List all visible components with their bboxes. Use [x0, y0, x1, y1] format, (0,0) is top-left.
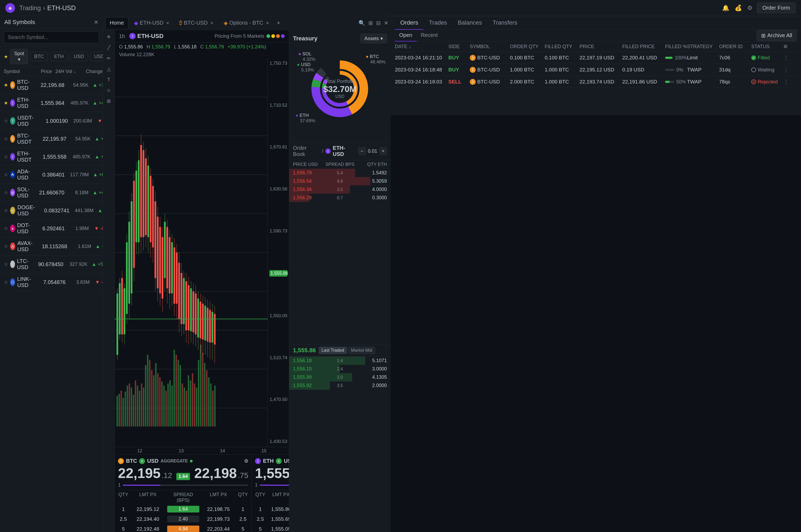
list-item[interactable]: ★ Ξ ETH-USD 1,555.964 485.97K ▲ +4.71% — [0, 94, 103, 112]
star-icon[interactable]: ☆ — [4, 279, 8, 285]
ob-step-value: 0.01 — [368, 149, 377, 154]
trades-tab[interactable]: Trades — [423, 16, 452, 30]
line-tool[interactable]: ╱ — [104, 43, 113, 52]
minus-tile-icon[interactable]: ⊟ — [376, 20, 381, 26]
notification-icon[interactable]: 🔔 — [722, 4, 729, 12]
btc-panel-header: ₿ BTC $ USD AGGREGATE ⚙ — [118, 458, 248, 464]
usd-filter-btn[interactable]: USD — [70, 52, 88, 61]
last-traded-tab[interactable]: Last Traded — [319, 347, 347, 354]
ob-symbol-label: ETH-USD — [333, 145, 356, 157]
tab-btc-close[interactable]: ✕ — [210, 21, 213, 25]
search-tab-icon[interactable]: 🔍 — [359, 20, 365, 26]
row-menu-btn[interactable]: ⋮ — [783, 66, 797, 73]
order-form-button[interactable]: Order Form — [757, 2, 796, 13]
crosshair-tool[interactable]: ✛ — [104, 33, 113, 41]
measure-tool[interactable]: ⊹ — [104, 86, 113, 95]
draw-tool[interactable]: ✏ — [104, 54, 113, 62]
list-item[interactable]: ☆ ⬡ LINK-USD 7.054876 3.83M ▼ -0.12% — [0, 273, 103, 291]
bid-px: 1,555.69 — [266, 516, 289, 522]
list-item[interactable]: ☆ T USDT-USD 1.000190 200.63M ▼ -0.03% — [0, 112, 103, 130]
archive-all-button[interactable]: ⊞ Archive All — [757, 30, 797, 41]
btc-bid-decimal: .12 — [161, 471, 172, 480]
col-symbol: Symbol — [4, 69, 20, 74]
market-mid-tab[interactable]: Market Mid — [348, 347, 375, 354]
change-cell: ▲ +4.71% — [89, 100, 103, 106]
recent-tab[interactable]: Recent — [417, 30, 442, 41]
tab-btc-usd[interactable]: ₿ BTC-USD ✕ — [175, 17, 218, 29]
list-item[interactable]: ☆ ◎ SOL-USD 21.660670 8.18M ▲ +4.71% — [0, 184, 103, 202]
open-tab[interactable]: Open — [395, 30, 417, 41]
chart-timeframe[interactable]: 1h — [119, 33, 125, 39]
table-row[interactable]: 2023-03-24 16:18:48 BUY ₿ BTC-USD 1.000 … — [390, 64, 801, 76]
settings-icon[interactable]: ⚙ — [747, 4, 752, 12]
star-icon[interactable]: ☆ — [4, 190, 8, 195]
btc-filter-btn[interactable]: BTC — [30, 52, 48, 61]
order-side: BUY — [449, 67, 470, 73]
tab-eth-close[interactable]: ✕ — [166, 21, 169, 25]
progress-bar-fill — [665, 81, 670, 83]
col-date[interactable]: DATE ↓ — [395, 44, 449, 50]
tab-home[interactable]: Home — [105, 17, 129, 29]
ob-increment-btn[interactable]: + — [379, 147, 387, 155]
svg-rect-22 — [143, 387, 144, 426]
list-item[interactable]: ☆ ₳ ADA-USD 0.386401 117.79M ▲ +0.92% — [0, 166, 103, 184]
chart-ohlc: O 1,555.86 H 1,556.79 L 1,556.18 C 1,556… — [115, 42, 289, 51]
orders-tab[interactable]: Orders — [395, 16, 423, 30]
svg-rect-19 — [137, 385, 138, 426]
close-tab-icon[interactable]: ✕ — [384, 20, 388, 26]
spot-filter-btn[interactable]: Spot ▾ — [10, 49, 28, 64]
star-filter[interactable]: ★ — [4, 54, 8, 60]
ob-sell-row: 1,556.54 4.6 5.3059 — [289, 177, 390, 185]
star-icon[interactable]: ★ — [4, 100, 8, 106]
star-icon[interactable]: ☆ — [4, 136, 8, 142]
btc-panel-quote: USD — [147, 458, 158, 464]
table-row[interactable]: 2023-03-24 16:21:10 BUY ₿ BTC-USD 0.100 … — [390, 52, 801, 64]
pricing-dot-2 — [271, 34, 275, 38]
tab-options-btc[interactable]: ◈ Options - BTC ✕ — [219, 17, 274, 29]
sidebar-close-button[interactable]: ✕ — [94, 19, 98, 25]
assets-button[interactable]: Assets ▾ — [360, 34, 387, 43]
row-menu-btn[interactable]: ⋮ — [783, 79, 797, 85]
chart-top-bar: 1h Ξ ETH-USD Pricing From 5 Markets — [115, 30, 289, 42]
tab-add-button[interactable]: + — [275, 17, 283, 28]
list-item[interactable]: ☆ Ξ ETH-USDT 1,555.558 485.97K ▲ +4.71% — [0, 148, 103, 166]
list-item[interactable]: ☆ ● DOT-USD 6.292461 1.98M ▼ -0.14% — [0, 220, 103, 238]
star-icon[interactable]: ☆ — [4, 226, 8, 231]
col-settings-gear[interactable]: ⚙ — [783, 43, 797, 50]
tab-options-close[interactable]: ✕ — [266, 21, 269, 25]
star-icon[interactable]: ☆ — [4, 118, 8, 124]
list-item[interactable]: ☆ A AVAX-USD 18.115268 1.61M ▲ +4.71% — [0, 238, 103, 255]
search-input[interactable] — [4, 31, 99, 43]
list-item[interactable]: ★ ₿ BTC-USD 22,195.68 54.95K ▲ +3.25% — [0, 76, 103, 94]
wallet-icon[interactable]: 💰 — [735, 4, 742, 12]
star-icon[interactable]: ☆ — [4, 243, 8, 249]
row-menu-btn[interactable]: ⋮ — [783, 55, 797, 61]
list-item[interactable]: ☆ Ð DOGE-USD 0.0832741 441.38M ▲ +4.71% — [0, 202, 103, 220]
chart-svg — [115, 58, 268, 447]
layout-tool[interactable]: ⊞ — [104, 97, 113, 106]
offer-px: 22,199.73 — [199, 516, 238, 522]
transfers-tab[interactable]: Transfers — [487, 16, 522, 30]
svg-rect-33 — [165, 391, 167, 426]
list-item[interactable]: ☆ ₿ BTC-USDT 22,195.97 54.95K ▲ +4.71% — [0, 130, 103, 148]
list-item[interactable]: ☆ Ł LTC-USD 90.678450 327.92K ▲ +5.20% — [0, 255, 103, 273]
btc-panel-gear[interactable]: ⚙ — [244, 458, 248, 464]
star-icon[interactable]: ☆ — [4, 261, 8, 267]
star-icon[interactable]: ☆ — [4, 208, 8, 213]
eth-filter-btn[interactable]: ETH — [50, 52, 68, 61]
star-icon[interactable]: ★ — [4, 82, 8, 88]
shape-tool[interactable]: △ — [104, 65, 113, 73]
text-tool[interactable]: T — [104, 75, 113, 84]
tab-home-label: Home — [110, 20, 124, 26]
balances-tab[interactable]: Balances — [452, 16, 488, 30]
offer-qty: 2.5 — [237, 516, 248, 522]
tile-icon[interactable]: ⊞ — [368, 20, 373, 26]
treasury-title: Treasury — [293, 35, 318, 42]
star-icon[interactable]: ☆ — [4, 154, 8, 160]
filled-pct-cell: 50% — [665, 79, 687, 85]
svg-rect-12 — [122, 398, 124, 426]
ob-decrement-btn[interactable]: − — [358, 147, 366, 155]
star-icon[interactable]: ☆ — [4, 172, 8, 177]
tab-eth-usd[interactable]: ◆ ETH-USD ✕ — [130, 17, 174, 29]
table-row[interactable]: 2023-03-24 16:18:03 SELL ₿ BTC-USD 2.000… — [390, 76, 801, 88]
